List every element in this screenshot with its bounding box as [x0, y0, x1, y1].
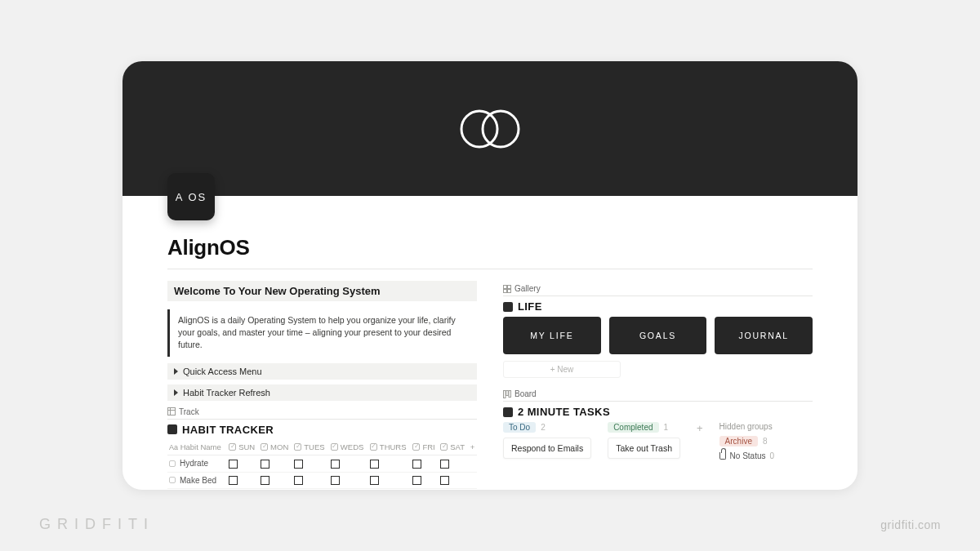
col-tues[interactable]: TUES: [292, 440, 329, 455]
table-icon: [167, 407, 176, 415]
svg-point-1: [483, 111, 519, 147]
col-weds[interactable]: WEDS: [329, 440, 368, 455]
table-row[interactable]: Meditate: [167, 489, 477, 490]
col-sat[interactable]: SAT: [439, 440, 468, 455]
checkbox-icon: [261, 443, 268, 451]
board-column-todo: To Do 2 Respond to Emails: [503, 422, 591, 460]
task-card[interactable]: Take out Trash: [608, 438, 680, 459]
app-window: A OS AlignOS Welcome To Your New Operati…: [122, 61, 858, 490]
left-column: Welcome To Your New Operating System Ali…: [167, 281, 477, 490]
checkbox[interactable]: [294, 460, 303, 469]
gallery-card-goals[interactable]: GOALS: [609, 317, 707, 354]
page-body: AlignOS Welcome To Your New Operating Sy…: [122, 196, 858, 490]
checkbox[interactable]: [440, 460, 449, 469]
checkbox[interactable]: [294, 476, 303, 485]
caret-right-icon: [174, 389, 178, 396]
svg-rect-10: [506, 390, 509, 395]
svg-rect-6: [508, 285, 511, 288]
tasks-db-title[interactable]: 2 MINUTE TASKS: [503, 406, 813, 418]
right-column: Gallery LIFE MY LIFE GOALS JOURNAL + New…: [503, 281, 813, 490]
database-icon: [503, 302, 513, 312]
board-column-completed: Completed 1 Take out Trash: [608, 422, 680, 460]
col-thurs[interactable]: THURS: [368, 440, 412, 455]
board-hidden-groups: Hidden groups Archive 8 No Status 0: [719, 422, 774, 460]
view-tab-label: Gallery: [514, 284, 541, 293]
checkbox-icon: [370, 443, 377, 451]
life-db-title[interactable]: LIFE: [503, 300, 813, 313]
status-tag-archive[interactable]: Archive: [719, 436, 758, 447]
view-tab-track[interactable]: Track: [167, 406, 477, 420]
board-icon: [503, 390, 511, 398]
archive-count: 8: [763, 437, 768, 446]
completed-count: 1: [664, 423, 669, 432]
checkbox-icon: [294, 443, 301, 451]
view-tab-label: Board: [514, 389, 537, 398]
nostatus-count: 0: [770, 451, 775, 460]
todo-count: 2: [541, 423, 546, 432]
table-row[interactable]: Make Bed: [167, 472, 477, 489]
plus-icon: +: [697, 422, 703, 434]
lock-icon: [719, 452, 726, 460]
checkbox-icon: [412, 443, 420, 451]
new-gallery-item-button[interactable]: + New: [503, 361, 621, 378]
checkbox-icon: [440, 443, 448, 451]
checkbox[interactable]: [261, 460, 270, 469]
gallery-card-my-life[interactable]: MY LIFE: [503, 317, 601, 354]
board-view: To Do 2 Respond to Emails Completed 1 Ta…: [503, 422, 813, 460]
database-icon: [503, 407, 513, 417]
checkbox[interactable]: [331, 476, 340, 485]
view-tab-label: Track: [179, 407, 199, 416]
checkbox[interactable]: [229, 476, 238, 485]
table-row[interactable]: Hydrate: [167, 455, 477, 472]
workspace-avatar[interactable]: A OS: [167, 173, 215, 220]
cover-logo-icon: [453, 106, 527, 152]
checkbox-icon: [331, 443, 338, 451]
hidden-groups-label: Hidden groups: [719, 422, 774, 431]
status-tag-todo[interactable]: To Do: [503, 422, 536, 433]
toggle-label: Habit Tracker Refresh: [183, 388, 270, 398]
text-property-icon: Aa: [169, 443, 178, 451]
svg-rect-5: [504, 285, 507, 288]
view-tab-board[interactable]: Board: [503, 388, 813, 402]
col-mon[interactable]: MON: [259, 440, 292, 455]
add-column-button[interactable]: +: [469, 440, 477, 455]
cover-image: [122, 61, 858, 196]
checkbox[interactable]: [261, 476, 270, 485]
checkbox[interactable]: [412, 460, 421, 469]
col-habit-name[interactable]: Aa Habit Name: [167, 440, 227, 455]
page-title: AlignOS: [167, 235, 813, 260]
status-tag-completed[interactable]: Completed: [608, 422, 658, 433]
toggle-habit-refresh[interactable]: Habit Tracker Refresh: [167, 384, 477, 401]
toggle-quick-access[interactable]: Quick Access Menu: [167, 363, 477, 380]
col-fri[interactable]: FRI: [411, 440, 439, 455]
checkbox[interactable]: [370, 476, 379, 485]
title-divider: [167, 269, 813, 269]
toggle-label: Quick Access Menu: [183, 367, 262, 376]
intro-callout: AlignOS is a daily Operating System to h…: [167, 309, 477, 357]
gallery-card-journal[interactable]: JOURNAL: [715, 317, 813, 354]
checkbox[interactable]: [229, 460, 238, 469]
checkbox[interactable]: [440, 476, 449, 485]
caret-right-icon: [174, 368, 178, 375]
habit-tracker-title[interactable]: HABIT TRACKER: [167, 424, 477, 436]
checkbox[interactable]: [370, 460, 379, 469]
checkbox[interactable]: [331, 460, 340, 469]
watermark-url: gridfiti.com: [880, 518, 941, 531]
database-icon: [167, 424, 177, 434]
svg-rect-11: [509, 390, 511, 397]
view-tab-gallery[interactable]: Gallery: [503, 282, 813, 296]
row-icon: [169, 477, 176, 483]
gallery-icon: [503, 285, 511, 293]
svg-rect-7: [504, 289, 507, 292]
welcome-heading: Welcome To Your New Operating System: [167, 281, 477, 301]
svg-rect-9: [504, 390, 506, 398]
checkbox-icon: [229, 443, 236, 451]
no-status-group[interactable]: No Status 0: [719, 451, 774, 460]
col-sun[interactable]: SUN: [227, 440, 259, 455]
task-card[interactable]: Respond to Emails: [503, 438, 591, 459]
checkbox[interactable]: [412, 476, 421, 485]
habit-tracker-table: Aa Habit Name SUN MON TUES WEDS THURS FR…: [167, 440, 477, 490]
board-add-group[interactable]: +: [697, 422, 703, 460]
svg-rect-8: [508, 289, 511, 292]
watermark-brand: GRIDFITI: [39, 516, 154, 533]
